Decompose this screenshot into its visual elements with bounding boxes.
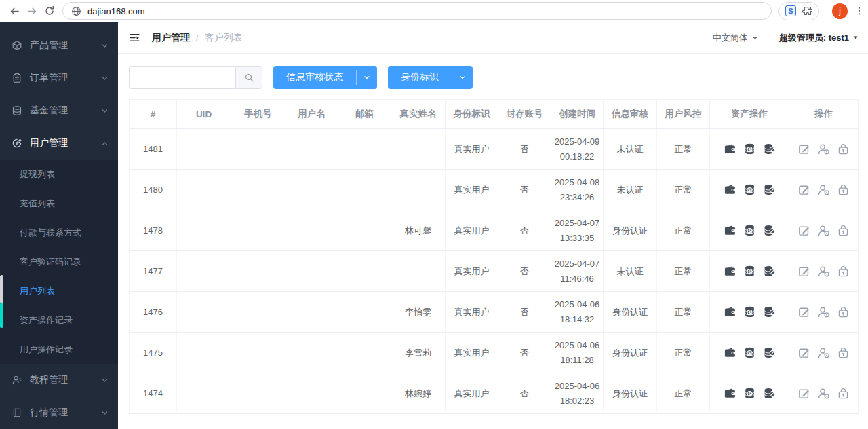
coins-disable-icon[interactable] bbox=[763, 305, 776, 318]
coins-disable-icon[interactable] bbox=[763, 387, 776, 400]
lock-icon[interactable] bbox=[837, 265, 850, 278]
coins-dollar-icon[interactable]: $ bbox=[743, 143, 756, 155]
puzzle-icon[interactable] bbox=[802, 5, 812, 16]
cell-phone bbox=[231, 251, 285, 292]
edit-icon[interactable] bbox=[797, 265, 810, 278]
coins-disable-icon[interactable] bbox=[763, 143, 776, 155]
coins-disable-icon[interactable] bbox=[763, 265, 776, 278]
chevron-down-icon[interactable] bbox=[357, 74, 377, 81]
sidebar-subitem[interactable]: 用户操作记录 bbox=[0, 335, 118, 364]
cell-email bbox=[338, 210, 391, 251]
sidebar-menu: 产品管理订单管理基金管理用户管理提现列表充值列表付款与联系方式客户验证码记录用户… bbox=[0, 29, 118, 429]
edit-icon[interactable] bbox=[797, 143, 810, 155]
sidebar-item-label: 基金管理 bbox=[30, 105, 94, 117]
sidebar-scrollbar-accent[interactable] bbox=[0, 303, 3, 328]
sidebar-item[interactable]: 基金管理 bbox=[0, 94, 118, 127]
url-text[interactable]: dajian168.com bbox=[87, 6, 145, 16]
main-header: 用户管理 / 客户列表 中文简体 超级管理员: test1 ▼ bbox=[118, 22, 868, 54]
edit-icon[interactable] bbox=[797, 387, 810, 400]
lock-icon[interactable] bbox=[837, 387, 850, 400]
coins-dollar-icon[interactable]: $ bbox=[743, 183, 756, 196]
cell-identity: 真实用户 bbox=[446, 170, 498, 210]
collapse-sidebar-icon[interactable] bbox=[129, 32, 140, 43]
column-header: 操作 bbox=[789, 100, 859, 129]
coins-disable-icon[interactable] bbox=[763, 346, 776, 359]
sidebar-scrollbar-thumb[interactable] bbox=[0, 275, 3, 303]
lock-icon[interactable] bbox=[837, 183, 850, 196]
search-input[interactable] bbox=[129, 66, 235, 89]
chevron-down-icon bbox=[101, 107, 108, 115]
wallet-icon[interactable] bbox=[724, 305, 736, 318]
edit-icon[interactable] bbox=[797, 305, 810, 318]
profile-avatar[interactable]: j bbox=[832, 3, 848, 19]
edit-icon[interactable] bbox=[797, 346, 810, 359]
user-badge-icon[interactable] bbox=[817, 224, 830, 237]
sidebar-subitem[interactable]: 客户验证码记录 bbox=[0, 247, 118, 276]
user-badge-icon[interactable] bbox=[817, 183, 830, 196]
column-header: 真实姓名 bbox=[391, 100, 446, 129]
browser-menu-icon[interactable] bbox=[854, 5, 864, 16]
cell-id: 1475 bbox=[130, 333, 177, 373]
chevron-down-icon[interactable] bbox=[452, 74, 473, 81]
sidebar-item-label: 产品管理 bbox=[30, 39, 94, 52]
wallet-icon[interactable] bbox=[724, 224, 736, 237]
coins-disable-icon[interactable] bbox=[763, 224, 776, 237]
lock-icon[interactable] bbox=[837, 346, 850, 359]
forward-icon[interactable] bbox=[23, 2, 41, 20]
cell-id: 1481 bbox=[130, 129, 177, 170]
sidebar-subitem[interactable]: 用户列表 bbox=[0, 276, 118, 305]
filter-button-label: 身份标识 bbox=[388, 71, 452, 83]
user-badge-icon[interactable] bbox=[817, 387, 830, 400]
sidebar-subitem[interactable]: 资产操作记录 bbox=[0, 305, 118, 335]
sidebar-item[interactable]: 行情管理 bbox=[0, 396, 118, 429]
sidebar-item[interactable]: 订单管理 bbox=[0, 62, 118, 94]
cell-real-name bbox=[391, 129, 446, 170]
wallet-icon[interactable] bbox=[724, 183, 736, 196]
cell-phone bbox=[231, 129, 285, 170]
cell-username bbox=[285, 170, 338, 210]
lock-icon[interactable] bbox=[837, 305, 850, 318]
address-bar[interactable]: dajian168.com bbox=[62, 2, 772, 20]
breadcrumb-page[interactable]: 客户列表 bbox=[205, 32, 243, 44]
caret-down-icon: ▼ bbox=[853, 35, 859, 41]
coins-disable-icon[interactable] bbox=[763, 183, 776, 196]
lock-icon[interactable] bbox=[837, 224, 850, 237]
user-badge-icon[interactable] bbox=[817, 143, 830, 155]
filter-button[interactable]: 身份标识 bbox=[388, 66, 473, 89]
table-row: 1474林婉婷真实用户否2025-04-06 18:02:23身份认证正常$ bbox=[130, 373, 859, 414]
coins-dollar-icon[interactable]: $ bbox=[743, 346, 756, 359]
wallet-icon[interactable] bbox=[724, 346, 736, 359]
cell-email bbox=[338, 373, 391, 414]
filter-button[interactable]: 信息审核状态 bbox=[273, 66, 377, 89]
sidebar-item[interactable]: 教程管理 bbox=[0, 364, 118, 396]
cell-identity: 真实用户 bbox=[446, 292, 498, 333]
admin-menu[interactable]: 超级管理员: test1 ▼ bbox=[779, 32, 859, 44]
table-header-row: #UID手机号用户名邮箱真实姓名身份标识封存账号创建时间信息审核用户风控资产操作… bbox=[130, 100, 859, 129]
edit-icon[interactable] bbox=[797, 224, 810, 237]
coins-dollar-icon[interactable]: $ bbox=[743, 305, 756, 318]
user-badge-icon[interactable] bbox=[817, 265, 830, 278]
sidebar-subitem[interactable]: 提现列表 bbox=[0, 160, 118, 189]
search-button[interactable] bbox=[235, 66, 262, 89]
svg-text:$: $ bbox=[748, 187, 751, 193]
sidebar-subitem[interactable]: 付款与联系方式 bbox=[0, 218, 118, 247]
wallet-icon[interactable] bbox=[724, 387, 736, 400]
coins-dollar-icon[interactable]: $ bbox=[743, 265, 756, 278]
user-badge-icon[interactable] bbox=[817, 346, 830, 359]
edit-icon[interactable] bbox=[797, 183, 810, 196]
user-badge-icon[interactable] bbox=[817, 305, 830, 318]
extension-s-icon[interactable]: S bbox=[785, 5, 796, 16]
cell-review: 未认证 bbox=[604, 129, 657, 170]
sidebar-item[interactable]: 产品管理 bbox=[0, 29, 118, 62]
back-icon[interactable] bbox=[5, 2, 23, 20]
language-selector[interactable]: 中文简体 bbox=[713, 32, 759, 44]
sidebar-subitem[interactable]: 充值列表 bbox=[0, 189, 118, 218]
coins-dollar-icon[interactable]: $ bbox=[743, 387, 756, 400]
wallet-icon[interactable] bbox=[724, 265, 736, 278]
site-info-icon[interactable] bbox=[71, 6, 81, 16]
coins-dollar-icon[interactable]: $ bbox=[743, 224, 756, 237]
sidebar-item[interactable]: 用户管理 bbox=[0, 127, 118, 160]
refresh-icon[interactable] bbox=[41, 2, 58, 20]
lock-icon[interactable] bbox=[837, 143, 850, 155]
wallet-icon[interactable] bbox=[724, 143, 736, 155]
